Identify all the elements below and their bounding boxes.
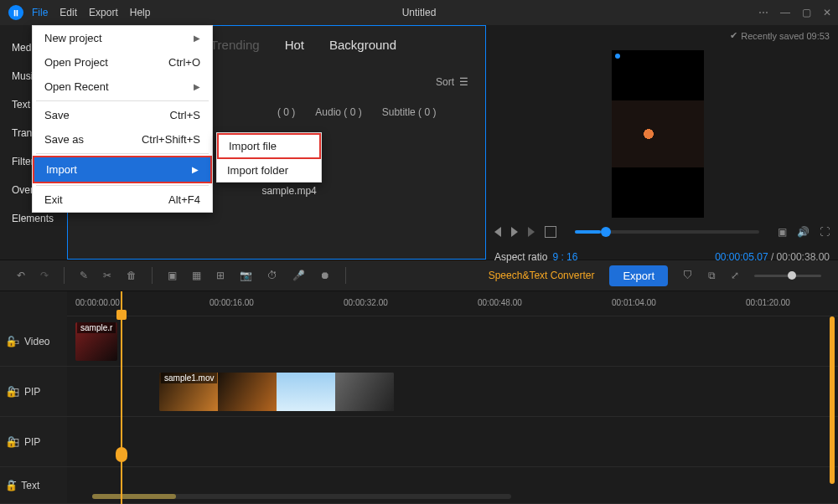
stop-button[interactable] [545,226,556,238]
time-total: 00:00:38.00 [777,251,830,263]
saved-text: Recently saved 09:53 [741,31,830,41]
tab-trending[interactable]: Trending [210,38,260,52]
delete-tool-icon[interactable]: 🗑 [127,270,137,281]
tab-hot[interactable]: Hot [285,38,304,52]
split-tool-icon[interactable]: ⊞ [216,270,225,281]
pip-track-2[interactable]: 🔓 [67,417,838,467]
redo-button[interactable]: ↷ [40,270,49,281]
snapshot-button[interactable]: ▣ [778,226,787,238]
menu-edit[interactable]: Edit [59,7,77,18]
playhead-razor-icon[interactable] [116,447,127,462]
import-submenu: Import file Import folder [216,132,322,183]
timeline-ruler[interactable]: 00:00:00.00 00:00:16.00 00:00:32.00 00:0… [67,291,838,316]
timeline: ▭ Video ◳ PIP ◳ PIP T Text 00:00:00.00 0… [0,291,838,504]
pip-clip-1[interactable]: sample1.mov [159,373,394,411]
mic-tool-icon[interactable]: 🎤 [292,270,305,281]
playhead-handle[interactable] [116,310,127,320]
media-item-2[interactable]: sample.mp4 [261,185,316,197]
ruler-tick: 00:00:00.00 [75,298,120,307]
play-button[interactable] [511,227,518,237]
time-display: 00:00:05.07 / 00:00:38.00 [715,251,830,263]
shield-icon[interactable]: ⛉ [683,270,693,281]
mosaic-tool-icon[interactable]: ▦ [192,270,201,281]
ruler-tick: 00:01:04.00 [612,298,656,307]
audio-count[interactable]: Audio ( 0 ) [315,106,361,118]
camera-tool-icon[interactable]: 📷 [240,270,252,281]
export-button[interactable]: Export [609,265,668,286]
crop-tool-icon[interactable]: ▣ [168,270,177,281]
zoom-slider[interactable] [754,275,821,277]
timeline-horizontal-scrollbar[interactable] [92,494,511,499]
menu-exit[interactable]: Exit Alt+F4 [33,188,212,212]
ruler-tick: 00:00:48.00 [478,298,522,307]
ruler-tick: 00:00:16.00 [210,298,254,307]
cut-tool-icon[interactable]: ✂ [103,270,111,281]
menu-open-project[interactable]: Open Project Ctrl+O [33,50,212,75]
menu-import-label: Import [46,163,77,176]
tab-background[interactable]: Background [329,38,396,52]
more-icon[interactable]: ⋯ [758,7,768,18]
menubar: File Edit Export Help [32,7,150,18]
clock-tool-icon[interactable]: ⏱ [267,270,277,281]
menu-save[interactable]: Save Ctrl+S [33,103,212,127]
record-tool-icon[interactable]: ⏺ [320,270,330,281]
lock-icon[interactable]: 🔓 [5,336,18,347]
video-clip-1[interactable]: sample.r [75,322,117,361]
check-icon: ✔ [730,30,737,41]
ruler-tick: 00:00:32.00 [344,298,388,307]
aspect-ratio-label: Aspect ratio [494,251,547,263]
track-video-text: Video [24,336,49,347]
edit-tool-icon[interactable]: ✎ [80,270,88,281]
video-count[interactable]: ( 0 ) [277,106,295,118]
video-track[interactable]: 🔓 sample.r [67,316,838,367]
menu-save-as[interactable]: Save as Ctrl+Shift+S [33,127,212,152]
menu-save-label: Save [44,109,70,121]
menu-import-folder[interactable]: Import folder [217,159,321,182]
editing-toolbar: ↶ ↷ ✎ ✂ 🗑 ▣ ▦ ⊞ 📷 ⏱ 🎤 ⏺ Speech&Text Conv… [0,260,838,291]
preview-panel: ✔ Recently saved 09:53 ▣ 🔊 ⛶ Aspect rati… [486,25,838,260]
playhead[interactable] [121,291,122,504]
track-pip2-text: PIP [24,436,40,448]
menu-open-project-shortcut: Ctrl+O [168,56,200,69]
sort-button[interactable]: Sort ☰ [436,76,468,88]
lock-icon[interactable]: 🔓 [5,436,18,448]
maximize-button[interactable]: ▢ [802,7,811,18]
link-tool-icon[interactable]: ⧉ [708,270,716,281]
app-logo: ⏸ [8,5,23,20]
pip-track-1[interactable]: 🔓 sample1.mov [67,367,838,417]
clip-label: sample1.mov [161,373,217,383]
preview-seek-slider[interactable] [575,230,759,234]
lock-icon[interactable]: 🔓 [5,480,18,491]
menu-help[interactable]: Help [130,7,151,18]
recently-saved-label: ✔ Recently saved 09:53 [730,30,830,41]
preview-video[interactable] [612,50,704,218]
undo-button[interactable]: ↶ [17,270,25,281]
file-menu-dropdown: New project ▶ Open Project Ctrl+O Open R… [32,25,213,213]
speech-text-converter-link[interactable]: Speech&Text Converter [489,270,595,281]
minimize-button[interactable]: — [780,7,790,18]
fullscreen-button[interactable]: ⛶ [820,226,830,238]
clip-label: sample.r [77,322,116,333]
ruler-tick: 00:01:20.00 [746,298,790,307]
menu-file[interactable]: File [32,7,48,18]
next-frame-button[interactable] [528,227,535,237]
menu-import[interactable]: Import ▶ [33,156,212,183]
track-text-text: Text [21,480,39,491]
close-button[interactable]: ✕ [823,7,831,18]
menu-open-recent-label: Open Recent [44,80,109,93]
prev-frame-button[interactable] [494,227,501,237]
time-current: 00:00:05.07 [715,251,768,263]
menu-exit-shortcut: Alt+F4 [168,193,200,206]
aspect-ratio-value[interactable]: 9 : 16 [552,251,577,263]
menu-save-as-shortcut: Ctrl+Shift+S [142,133,200,146]
timeline-vertical-scrollbar[interactable] [830,316,835,484]
menu-import-file[interactable]: Import file [217,133,321,159]
menu-export[interactable]: Export [89,7,118,18]
menu-open-recent[interactable]: Open Recent ▶ [33,75,212,99]
lock-icon[interactable]: 🔓 [5,386,18,398]
menu-save-as-label: Save as [44,133,84,146]
fit-tool-icon[interactable]: ⤢ [731,270,739,281]
menu-new-project[interactable]: New project ▶ [33,26,212,50]
subtitle-count[interactable]: Subtitle ( 0 ) [382,106,437,118]
volume-button[interactable]: 🔊 [797,226,810,238]
